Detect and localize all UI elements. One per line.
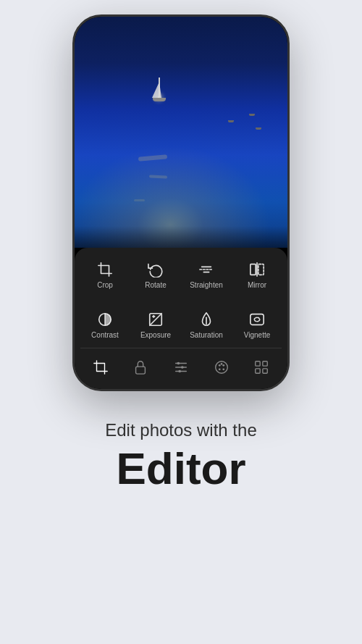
- nav-sliders[interactable]: [169, 356, 193, 379]
- straighten-icon: [198, 261, 215, 278]
- photo-fade: [75, 226, 287, 248]
- svg-rect-12: [251, 314, 264, 325]
- phone-screen: Crop Rotate: [75, 17, 287, 389]
- svg-rect-14: [136, 367, 146, 374]
- exposure-tool[interactable]: Exposure: [131, 305, 180, 343]
- saturation-tool[interactable]: Saturation: [182, 305, 231, 343]
- exposure-label: Exposure: [140, 331, 171, 339]
- svg-point-24: [218, 368, 220, 370]
- rotate-icon: [147, 261, 164, 278]
- bottom-text-section: Edit photos with the Editor: [83, 420, 278, 491]
- nav-grid[interactable]: [250, 356, 273, 379]
- crop-label: Crop: [97, 281, 113, 289]
- nav-crop[interactable]: [89, 356, 112, 379]
- svg-rect-30: [263, 369, 267, 373]
- straighten-tool[interactable]: Straighten: [182, 255, 231, 293]
- svg-rect-4: [258, 264, 264, 275]
- svg-rect-27: [256, 361, 260, 365]
- svg-point-20: [178, 369, 181, 372]
- svg-rect-29: [256, 369, 260, 373]
- photo-area: [75, 17, 287, 248]
- mirror-icon: [248, 261, 266, 278]
- svg-rect-3: [251, 264, 256, 275]
- main-title: Editor: [105, 446, 256, 491]
- rotate-label: Rotate: [145, 281, 166, 289]
- svg-point-13: [254, 317, 259, 322]
- svg-point-23: [222, 364, 224, 367]
- nav-palette[interactable]: [210, 356, 233, 379]
- svg-point-19: [181, 366, 184, 369]
- vignette-tool[interactable]: Vignette: [232, 305, 282, 343]
- svg-rect-28: [263, 361, 267, 365]
- mirror-label: Mirror: [248, 281, 266, 289]
- svg-point-25: [222, 368, 224, 370]
- contrast-tool[interactable]: Contrast: [80, 305, 130, 343]
- rotate-tool[interactable]: Rotate: [131, 255, 180, 293]
- nav-lock[interactable]: [129, 356, 152, 379]
- crop-icon: [96, 261, 114, 278]
- tools-row-2: Contrast Exposure: [75, 298, 287, 348]
- bottom-nav: [75, 348, 287, 386]
- crop-tool[interactable]: Crop: [80, 255, 130, 293]
- small-boat-2: [249, 114, 255, 116]
- exposure-icon: [147, 311, 164, 328]
- subtitle: Edit photos with the: [105, 420, 256, 440]
- phone-mockup: Crop Rotate: [72, 14, 290, 391]
- small-boat-3: [256, 127, 261, 130]
- saturation-icon: [198, 311, 215, 328]
- vignette-label: Vignette: [244, 331, 271, 339]
- main-boat: [149, 98, 162, 101]
- svg-point-26: [220, 363, 222, 365]
- svg-line-8: [150, 313, 162, 325]
- contrast-icon: [96, 311, 114, 328]
- saturation-label: Saturation: [190, 331, 223, 339]
- mirror-tool[interactable]: Mirror: [232, 255, 282, 293]
- vignette-icon: [248, 311, 266, 328]
- phone-frame: Crop Rotate: [72, 14, 290, 391]
- editor-panel: Crop Rotate: [75, 248, 287, 389]
- small-boat-1: [228, 120, 234, 122]
- svg-point-18: [177, 361, 180, 364]
- straighten-label: Straighten: [190, 281, 223, 289]
- svg-point-22: [218, 364, 220, 367]
- tools-row-1: Crop Rotate: [75, 248, 287, 298]
- contrast-label: Contrast: [91, 331, 119, 339]
